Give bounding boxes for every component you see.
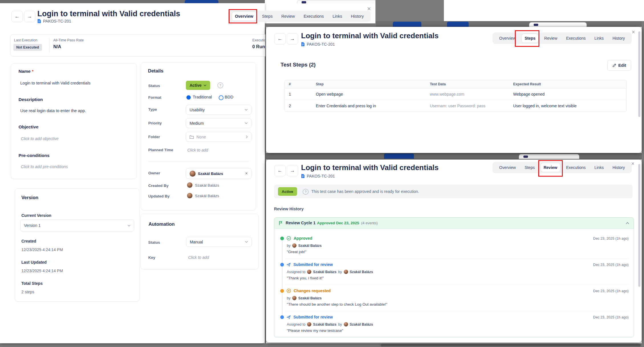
folder-label: Folder <box>148 135 160 139</box>
priority-label: Priority <box>148 121 162 125</box>
current-version-select[interactable]: Version 1 <box>20 219 134 231</box>
avatar <box>190 171 196 177</box>
name-value[interactable]: Login to terminal with Valid credentials <box>20 81 90 85</box>
info-icon[interactable]: ? <box>303 189 308 195</box>
event-comment: "Great job!" <box>287 250 306 254</box>
forward-button[interactable]: → <box>287 165 298 176</box>
back-button[interactable]: ← <box>11 11 23 22</box>
cell-num: 2 <box>285 104 312 108</box>
chevron-down-icon <box>204 84 206 86</box>
format-option-bdd[interactable]: BDD <box>225 95 233 99</box>
owner-field[interactable]: Szakál Balázs × <box>186 168 251 179</box>
event-date: Dec 23, 2025 (1h ago) <box>593 289 629 293</box>
automation-title: Automation <box>149 221 175 227</box>
scrollbar-thumb[interactable] <box>638 164 640 287</box>
tab-executions[interactable]: Executions <box>563 163 588 172</box>
separator <box>285 285 629 285</box>
executions-label: Executions <box>252 38 265 42</box>
owner-value: Szakál Balázs <box>198 172 243 176</box>
tab-links[interactable]: Links <box>592 163 607 172</box>
tab-steps[interactable]: Steps <box>522 163 538 172</box>
chevron-up-icon[interactable] <box>626 222 629 224</box>
divider <box>49 38 50 53</box>
tab-history[interactable]: History <box>348 12 367 21</box>
objective-placeholder[interactable]: Click to add objective <box>21 136 58 141</box>
status-badge: Active <box>278 187 297 196</box>
event-actor: Szakál Balázs <box>298 244 322 248</box>
tab-executions[interactable]: Executions <box>563 34 588 43</box>
type-select[interactable]: Usability <box>186 105 251 115</box>
testcase-key: PAKOS-TC-201 <box>301 42 335 47</box>
x-circle-icon <box>287 289 291 293</box>
edit-button[interactable]: Edit <box>607 60 631 71</box>
back-button[interactable]: ← <box>274 33 286 45</box>
version-title: Version <box>21 195 38 200</box>
format-option-traditional[interactable]: Traditional <box>193 95 212 99</box>
timeline-dot-submitted <box>280 315 284 319</box>
table-row[interactable]: 1 Open webpage www.webpage.com Webpage o… <box>285 88 626 100</box>
tab-favicon <box>534 24 538 26</box>
close-icon[interactable]: × <box>632 29 635 35</box>
tab-review[interactable]: Review <box>541 163 560 172</box>
preconditions-placeholder[interactable]: Click to add pre-conditions <box>21 164 68 169</box>
page-title: Login to terminal with Valid credentials <box>301 163 439 172</box>
event-title: Submitted for review <box>293 262 333 267</box>
back-arrow-icon: ← <box>278 168 283 174</box>
status-dropdown[interactable]: Active <box>186 81 210 90</box>
clear-owner-icon[interactable]: × <box>245 171 248 176</box>
tab-bar-review-panel: Overview Steps Review Executions Links H… <box>492 162 632 173</box>
event-comment: "There should be another step to check L… <box>287 302 387 306</box>
description-value[interactable]: Use real login data to enter the app. <box>20 108 86 113</box>
tab-history[interactable]: History <box>610 163 628 172</box>
tab-overview[interactable]: Overview <box>496 34 519 43</box>
tab-history[interactable]: History <box>610 34 628 43</box>
back-button[interactable]: ← <box>274 165 286 176</box>
forward-button[interactable]: → <box>24 11 35 22</box>
priority-select[interactable]: Medium <box>186 118 251 128</box>
tab-steps[interactable]: Steps <box>522 34 538 43</box>
cell-step: Enter Credentials and press log in <box>312 104 426 108</box>
event-date: Dec 23, 2025 (1h ago) <box>593 315 629 319</box>
last-execution-label: Last Execution <box>14 38 37 42</box>
preconditions-label: Pre-conditions <box>19 153 50 158</box>
separator <box>285 258 629 259</box>
tab-overview[interactable]: Overview <box>496 163 519 172</box>
tab-overview[interactable]: Overview <box>232 12 256 21</box>
folder-select[interactable]: None <box>186 132 251 142</box>
radio-traditional[interactable] <box>186 95 191 100</box>
forward-button[interactable]: → <box>287 33 298 45</box>
tab-review[interactable]: Review <box>541 34 560 43</box>
radio-bdd[interactable] <box>219 95 224 100</box>
help-icon[interactable]: ? <box>218 82 223 88</box>
event-actor: Szakál Balázs <box>350 322 373 326</box>
event-date: Dec 23, 2025 (1h ago) <box>593 237 629 241</box>
format-label: Format <box>148 95 161 100</box>
gray-gap-band <box>265 153 644 160</box>
event-title-row: Submitted for review <box>287 262 333 267</box>
table-row[interactable]: 2 Enter Credentials and press log in Use… <box>285 100 626 112</box>
tab-bar-overview-panel: Overview Steps Review Executions Links H… <box>228 11 371 22</box>
event-assignee: Szakál Balázs <box>313 270 336 274</box>
avatar <box>344 322 348 326</box>
tab-executions[interactable]: Executions <box>301 12 327 21</box>
chevron-down-icon <box>245 109 248 111</box>
event-title: Approved <box>294 236 312 241</box>
folder-value: None <box>196 135 243 139</box>
pencil-icon <box>612 64 616 67</box>
created-by-value: Szakál Balázs <box>195 183 219 187</box>
automation-key-placeholder[interactable]: Click to add <box>188 255 209 260</box>
tab-review[interactable]: Review <box>279 12 298 21</box>
bottom-scrollbar-thumb[interactable] <box>381 344 641 346</box>
planned-time-placeholder[interactable]: Click to add <box>187 148 208 152</box>
tab-links[interactable]: Links <box>592 34 607 43</box>
tab-steps[interactable]: Steps <box>259 12 275 21</box>
testcase-key-label: PAKOS-TC-201 <box>307 42 335 47</box>
chevron-down-icon <box>245 241 248 243</box>
current-version-value: Version 1 <box>24 223 127 228</box>
scrollbar-thumb[interactable] <box>638 31 640 117</box>
close-icon[interactable]: × <box>367 6 371 12</box>
close-icon[interactable]: × <box>631 161 635 166</box>
automation-status-select[interactable]: Manual <box>186 237 252 247</box>
version-card: Version Current Version Version 1 Create… <box>15 188 139 302</box>
tab-links[interactable]: Links <box>330 12 345 21</box>
